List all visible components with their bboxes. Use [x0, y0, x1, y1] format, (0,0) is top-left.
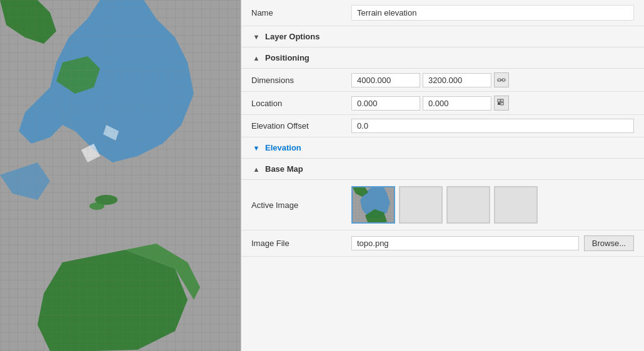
- svg-rect-5: [498, 79, 501, 81]
- base-map-header[interactable]: ▲ Base Map: [241, 159, 644, 180]
- terrain-map: [0, 0, 241, 351]
- thumbnail-2[interactable]: [399, 186, 443, 224]
- positioning-header[interactable]: ▲ Positioning: [241, 47, 644, 69]
- svg-rect-10: [498, 102, 500, 105]
- elevation-header[interactable]: ▼ Elevation: [241, 137, 644, 159]
- name-input[interactable]: [351, 5, 634, 21]
- location-inputs: [351, 96, 634, 111]
- image-file-row: Image File Browse...: [241, 230, 644, 257]
- thumbnail-1-active[interactable]: [351, 186, 395, 224]
- grid-position-icon[interactable]: [494, 96, 509, 111]
- properties-panel: Name ▼ Layer Options ▲ Positioning Dimen…: [241, 0, 644, 351]
- location-x-input[interactable]: [351, 96, 420, 111]
- elevation-offset-label: Elevation Offset: [251, 121, 351, 131]
- svg-rect-4: [0, 0, 241, 351]
- dimensions-row: Dimensions: [241, 69, 644, 92]
- location-label: Location: [251, 99, 351, 108]
- image-file-input[interactable]: [351, 236, 579, 250]
- name-label: Name: [251, 8, 351, 17]
- link-icon[interactable]: [494, 72, 509, 87]
- layer-options-chevron: ▼: [251, 32, 261, 42]
- file-input-area: Browse...: [351, 235, 634, 251]
- base-map-chevron: ▲: [251, 164, 261, 174]
- svg-rect-9: [501, 99, 503, 102]
- dimensions-x-input[interactable]: [351, 73, 420, 87]
- svg-rect-14: [353, 187, 395, 224]
- layer-options-header[interactable]: ▼ Layer Options: [241, 26, 644, 47]
- layer-options-title: Layer Options: [265, 32, 319, 41]
- location-y-input[interactable]: [423, 96, 491, 111]
- image-thumbnails: [351, 186, 538, 224]
- elevation-offset-input[interactable]: [351, 119, 634, 133]
- svg-rect-11: [501, 102, 503, 105]
- dimensions-inputs: [351, 72, 634, 87]
- svg-rect-6: [502, 79, 505, 81]
- dimensions-y-input[interactable]: [423, 73, 491, 87]
- positioning-title: Positioning: [265, 53, 309, 62]
- dimensions-label: Dimensions: [251, 76, 351, 85]
- image-file-label: Image File: [251, 239, 351, 248]
- name-row: Name: [241, 0, 644, 26]
- thumbnail-3[interactable]: [446, 186, 490, 224]
- active-image-row: Active Image: [241, 180, 644, 230]
- elevation-title: Elevation: [265, 143, 301, 152]
- active-image-label: Active Image: [251, 200, 351, 210]
- base-map-title: Base Map: [265, 164, 303, 174]
- browse-button[interactable]: Browse...: [584, 235, 634, 251]
- map-panel: [0, 0, 241, 351]
- positioning-chevron: ▲: [251, 53, 261, 63]
- svg-rect-8: [498, 99, 500, 102]
- location-row: Location: [241, 92, 644, 115]
- elevation-offset-row: Elevation Offset: [241, 115, 644, 137]
- elevation-chevron: ▼: [251, 143, 261, 153]
- thumbnail-4[interactable]: [494, 186, 538, 224]
